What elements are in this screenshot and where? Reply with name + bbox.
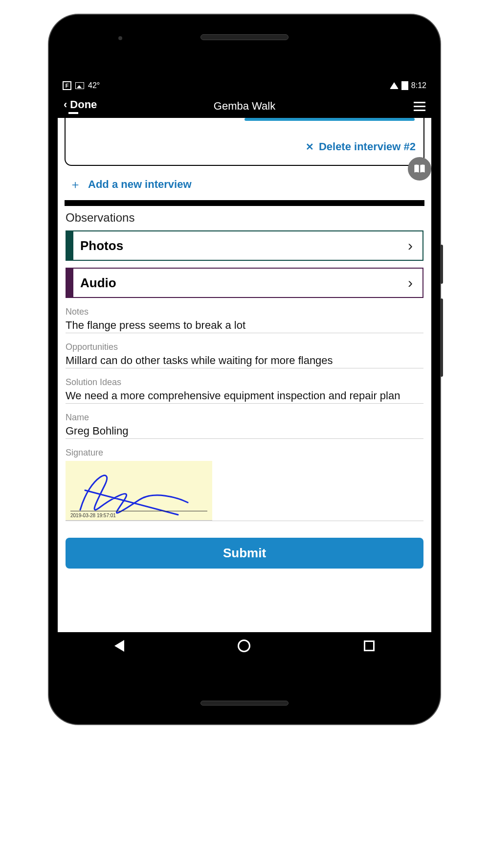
name-label: Name xyxy=(66,412,423,423)
chevron-left-icon: ‹ xyxy=(64,98,67,111)
temperature: 42° xyxy=(88,81,100,90)
signature-timestamp: 2019-03-28 19:57:01 xyxy=(70,513,116,518)
chevron-right-icon: › xyxy=(408,274,422,291)
signature-stroke xyxy=(66,461,212,521)
clock: 8:12 xyxy=(411,81,426,90)
phone-speaker-bottom xyxy=(200,701,289,706)
signature-baseline xyxy=(70,511,207,511)
page-title: Gemba Walk xyxy=(58,100,431,113)
solution-field[interactable]: Solution Ideas We need a more comprehens… xyxy=(66,377,423,404)
flipboard-icon: F xyxy=(63,81,71,90)
app-bar: ‹ Done Gemba Walk xyxy=(58,94,431,118)
section-divider xyxy=(65,200,424,206)
solution-value: We need a more comprehensive equipment i… xyxy=(66,389,423,404)
back-button[interactable]: ‹ Done xyxy=(64,98,97,111)
opportunities-label: Opportunities xyxy=(66,342,423,352)
signature-pad[interactable]: 2019-03-28 19:57:01 xyxy=(66,461,212,521)
add-interview-button[interactable]: ＋ Add a new interview xyxy=(58,170,431,199)
name-value: Greg Bohling xyxy=(66,425,423,439)
delete-interview-label: Delete interview #2 xyxy=(319,140,416,153)
wifi-icon xyxy=(390,82,399,89)
phone-camera xyxy=(118,36,122,40)
notes-label: Notes xyxy=(66,307,423,317)
interview-card: ✕ Delete interview #2 xyxy=(65,118,424,166)
observations-title: Observations xyxy=(66,211,423,225)
close-icon: ✕ xyxy=(306,141,314,153)
name-field[interactable]: Name Greg Bohling xyxy=(66,412,423,439)
power-button xyxy=(440,245,443,284)
nav-home-icon[interactable] xyxy=(238,640,250,652)
submit-button[interactable]: Submit xyxy=(66,538,423,569)
nav-recents-icon[interactable] xyxy=(364,640,375,651)
battery-icon xyxy=(401,81,408,90)
progress-indicator xyxy=(244,118,415,121)
add-interview-label: Add a new interview xyxy=(88,178,192,191)
photos-row[interactable]: Photos › xyxy=(66,230,423,261)
content-area: ✕ Delete interview #2 ＋ Add a new interv… xyxy=(58,118,431,632)
android-nav-bar xyxy=(58,632,431,660)
notes-field[interactable]: Notes The flange press seems to break a … xyxy=(66,307,423,333)
audio-label: Audio xyxy=(73,275,408,291)
plus-icon: ＋ xyxy=(69,177,81,192)
phone-speaker xyxy=(200,34,289,40)
audio-stripe xyxy=(67,269,73,297)
manual-icon[interactable] xyxy=(408,157,431,181)
phone-frame: F 42° 8:12 ‹ Done xyxy=(49,15,440,724)
signature-label: Signature xyxy=(66,448,423,458)
done-underline xyxy=(68,112,78,114)
chevron-right-icon: › xyxy=(408,237,422,254)
picture-icon xyxy=(75,82,84,89)
notes-value: The flange press seems to break a lot xyxy=(66,319,423,333)
status-bar: F 42° 8:12 xyxy=(58,77,431,94)
audio-row[interactable]: Audio › xyxy=(66,268,423,298)
back-label: Done xyxy=(70,98,97,111)
opportunities-field[interactable]: Opportunities Millard can do other tasks… xyxy=(66,342,423,368)
photos-label: Photos xyxy=(73,238,408,253)
photos-stripe xyxy=(67,231,73,260)
nav-back-icon[interactable] xyxy=(114,640,124,652)
menu-button[interactable] xyxy=(414,102,425,111)
solution-label: Solution Ideas xyxy=(66,377,423,388)
opportunities-value: Millard can do other tasks while waiting… xyxy=(66,354,423,368)
volume-rocker xyxy=(440,298,443,377)
delete-interview-button[interactable]: ✕ Delete interview #2 xyxy=(73,140,416,153)
